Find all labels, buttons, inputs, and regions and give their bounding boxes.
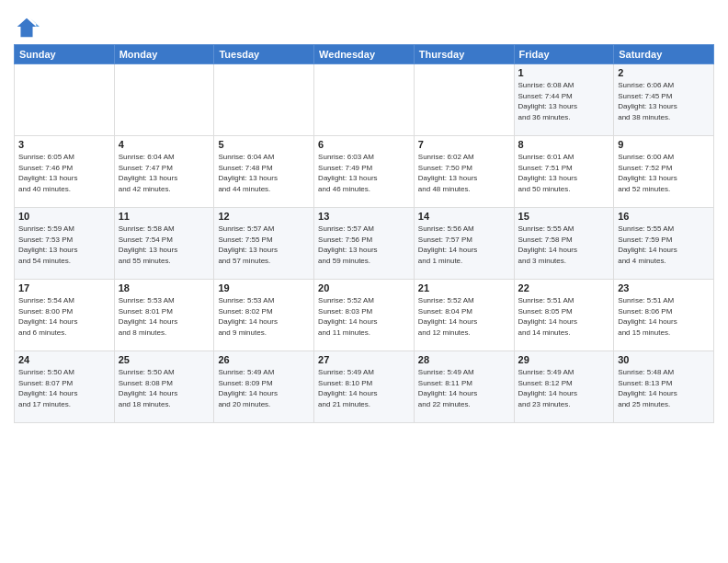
calendar-cell: 27Sunrise: 5:49 AM Sunset: 8:10 PM Dayli… xyxy=(314,351,415,423)
weekday-header-saturday: Saturday xyxy=(614,45,714,64)
day-number: 22 xyxy=(518,282,610,293)
day-number: 12 xyxy=(218,211,310,222)
day-info: Sunrise: 5:57 AM Sunset: 7:55 PM Dayligh… xyxy=(218,224,310,266)
logo-icon xyxy=(14,15,40,40)
calendar-cell xyxy=(314,64,415,136)
day-number: 26 xyxy=(218,354,310,365)
calendar-cell: 3Sunrise: 6:05 AM Sunset: 7:46 PM Daylig… xyxy=(15,136,115,208)
calendar-cell: 13Sunrise: 5:57 AM Sunset: 7:56 PM Dayli… xyxy=(314,208,415,280)
calendar-cell: 26Sunrise: 5:49 AM Sunset: 8:09 PM Dayli… xyxy=(214,351,314,423)
day-number: 8 xyxy=(518,139,610,150)
day-number: 5 xyxy=(218,139,310,150)
day-info: Sunrise: 5:51 AM Sunset: 8:05 PM Dayligh… xyxy=(518,295,610,338)
weekday-header-sunday: Sunday xyxy=(15,45,115,64)
calendar-cell: 9Sunrise: 6:00 AM Sunset: 7:52 PM Daylig… xyxy=(614,136,714,208)
calendar-cell: 8Sunrise: 6:01 AM Sunset: 7:51 PM Daylig… xyxy=(514,136,614,208)
day-info: Sunrise: 5:55 AM Sunset: 7:59 PM Dayligh… xyxy=(618,224,710,266)
day-info: Sunrise: 5:57 AM Sunset: 7:56 PM Dayligh… xyxy=(318,224,410,266)
day-info: Sunrise: 5:59 AM Sunset: 7:53 PM Dayligh… xyxy=(18,224,110,266)
day-number: 1 xyxy=(518,67,610,78)
calendar-cell: 17Sunrise: 5:54 AM Sunset: 8:00 PM Dayli… xyxy=(15,280,115,351)
day-number: 29 xyxy=(518,354,610,365)
day-number: 24 xyxy=(18,354,110,365)
day-info: Sunrise: 5:51 AM Sunset: 8:06 PM Dayligh… xyxy=(618,295,710,338)
day-number: 6 xyxy=(318,139,410,150)
calendar-cell: 19Sunrise: 5:53 AM Sunset: 8:02 PM Dayli… xyxy=(214,280,314,351)
day-info: Sunrise: 5:54 AM Sunset: 8:00 PM Dayligh… xyxy=(18,295,110,338)
day-info: Sunrise: 5:52 AM Sunset: 8:03 PM Dayligh… xyxy=(318,295,410,338)
day-info: Sunrise: 5:53 AM Sunset: 8:02 PM Dayligh… xyxy=(218,295,310,338)
calendar-cell: 12Sunrise: 5:57 AM Sunset: 7:55 PM Dayli… xyxy=(214,208,314,280)
calendar-cell: 18Sunrise: 5:53 AM Sunset: 8:01 PM Dayli… xyxy=(114,280,214,351)
day-number: 15 xyxy=(518,211,610,222)
calendar-container: SundayMondayTuesdayWednesdayThursdayFrid… xyxy=(0,0,728,432)
calendar-cell: 2Sunrise: 6:06 AM Sunset: 7:45 PM Daylig… xyxy=(614,64,714,136)
calendar-cell: 5Sunrise: 6:04 AM Sunset: 7:48 PM Daylig… xyxy=(214,136,314,208)
day-number: 20 xyxy=(318,282,410,293)
weekday-header-tuesday: Tuesday xyxy=(214,45,314,64)
calendar-cell: 25Sunrise: 5:50 AM Sunset: 8:08 PM Dayli… xyxy=(114,351,214,423)
calendar-cell: 23Sunrise: 5:51 AM Sunset: 8:06 PM Dayli… xyxy=(614,280,714,351)
day-number: 4 xyxy=(119,139,210,150)
week-row-3: 10Sunrise: 5:59 AM Sunset: 7:53 PM Dayli… xyxy=(15,208,714,280)
calendar-cell: 6Sunrise: 6:03 AM Sunset: 7:49 PM Daylig… xyxy=(314,136,415,208)
calendar-cell: 14Sunrise: 5:56 AM Sunset: 7:57 PM Dayli… xyxy=(414,208,514,280)
day-number: 9 xyxy=(618,139,710,150)
day-number: 25 xyxy=(119,354,210,365)
calendar-cell xyxy=(15,64,115,136)
calendar-cell: 29Sunrise: 5:49 AM Sunset: 8:12 PM Dayli… xyxy=(514,351,614,423)
weekday-header-row: SundayMondayTuesdayWednesdayThursdayFrid… xyxy=(15,45,714,64)
day-info: Sunrise: 5:48 AM Sunset: 8:13 PM Dayligh… xyxy=(618,367,710,409)
day-number: 18 xyxy=(119,282,210,293)
calendar-cell: 21Sunrise: 5:52 AM Sunset: 8:04 PM Dayli… xyxy=(414,280,514,351)
day-number: 30 xyxy=(618,354,710,365)
calendar-cell: 20Sunrise: 5:52 AM Sunset: 8:03 PM Dayli… xyxy=(314,280,415,351)
logo xyxy=(14,15,43,40)
day-number: 16 xyxy=(618,211,710,222)
day-info: Sunrise: 5:55 AM Sunset: 7:58 PM Dayligh… xyxy=(518,224,610,266)
header xyxy=(14,9,714,40)
day-info: Sunrise: 6:01 AM Sunset: 7:51 PM Dayligh… xyxy=(518,152,610,194)
weekday-header-monday: Monday xyxy=(114,45,214,64)
calendar-cell: 28Sunrise: 5:49 AM Sunset: 8:11 PM Dayli… xyxy=(414,351,514,423)
day-info: Sunrise: 5:50 AM Sunset: 8:08 PM Dayligh… xyxy=(119,367,210,409)
day-number: 2 xyxy=(618,67,710,78)
day-number: 10 xyxy=(18,211,110,222)
calendar-cell: 30Sunrise: 5:48 AM Sunset: 8:13 PM Dayli… xyxy=(614,351,714,423)
day-info: Sunrise: 5:58 AM Sunset: 7:54 PM Dayligh… xyxy=(119,224,210,266)
day-info: Sunrise: 6:02 AM Sunset: 7:50 PM Dayligh… xyxy=(418,152,510,194)
calendar-cell: 10Sunrise: 5:59 AM Sunset: 7:53 PM Dayli… xyxy=(15,208,115,280)
calendar-cell: 16Sunrise: 5:55 AM Sunset: 7:59 PM Dayli… xyxy=(614,208,714,280)
day-number: 19 xyxy=(218,282,310,293)
day-info: Sunrise: 5:49 AM Sunset: 8:12 PM Dayligh… xyxy=(518,367,610,409)
day-info: Sunrise: 5:53 AM Sunset: 8:01 PM Dayligh… xyxy=(119,295,210,338)
day-info: Sunrise: 5:52 AM Sunset: 8:04 PM Dayligh… xyxy=(418,295,510,338)
calendar-cell: 15Sunrise: 5:55 AM Sunset: 7:58 PM Dayli… xyxy=(514,208,614,280)
day-number: 7 xyxy=(418,139,510,150)
calendar-cell xyxy=(414,64,514,136)
calendar-cell: 1Sunrise: 6:08 AM Sunset: 7:44 PM Daylig… xyxy=(514,64,614,136)
weekday-header-thursday: Thursday xyxy=(414,45,514,64)
calendar-cell xyxy=(114,64,214,136)
day-number: 11 xyxy=(119,211,210,222)
day-info: Sunrise: 6:00 AM Sunset: 7:52 PM Dayligh… xyxy=(618,152,710,194)
day-number: 14 xyxy=(418,211,510,222)
day-info: Sunrise: 5:49 AM Sunset: 8:10 PM Dayligh… xyxy=(318,367,410,409)
day-number: 17 xyxy=(18,282,110,293)
calendar-cell: 4Sunrise: 6:04 AM Sunset: 7:47 PM Daylig… xyxy=(114,136,214,208)
day-number: 23 xyxy=(618,282,710,293)
day-info: Sunrise: 6:04 AM Sunset: 7:48 PM Dayligh… xyxy=(218,152,310,194)
week-row-2: 3Sunrise: 6:05 AM Sunset: 7:46 PM Daylig… xyxy=(15,136,714,208)
day-info: Sunrise: 6:08 AM Sunset: 7:44 PM Dayligh… xyxy=(518,80,610,122)
day-info: Sunrise: 5:49 AM Sunset: 8:09 PM Dayligh… xyxy=(218,367,310,409)
day-info: Sunrise: 5:56 AM Sunset: 7:57 PM Dayligh… xyxy=(418,224,510,266)
calendar-cell xyxy=(214,64,314,136)
week-row-1: 1Sunrise: 6:08 AM Sunset: 7:44 PM Daylig… xyxy=(15,64,714,136)
calendar-cell: 7Sunrise: 6:02 AM Sunset: 7:50 PM Daylig… xyxy=(414,136,514,208)
calendar-cell: 22Sunrise: 5:51 AM Sunset: 8:05 PM Dayli… xyxy=(514,280,614,351)
day-info: Sunrise: 5:49 AM Sunset: 8:11 PM Dayligh… xyxy=(418,367,510,409)
day-info: Sunrise: 6:05 AM Sunset: 7:46 PM Dayligh… xyxy=(18,152,110,194)
week-row-4: 17Sunrise: 5:54 AM Sunset: 8:00 PM Dayli… xyxy=(15,280,714,351)
calendar-cell: 11Sunrise: 5:58 AM Sunset: 7:54 PM Dayli… xyxy=(114,208,214,280)
week-row-5: 24Sunrise: 5:50 AM Sunset: 8:07 PM Dayli… xyxy=(15,351,714,423)
